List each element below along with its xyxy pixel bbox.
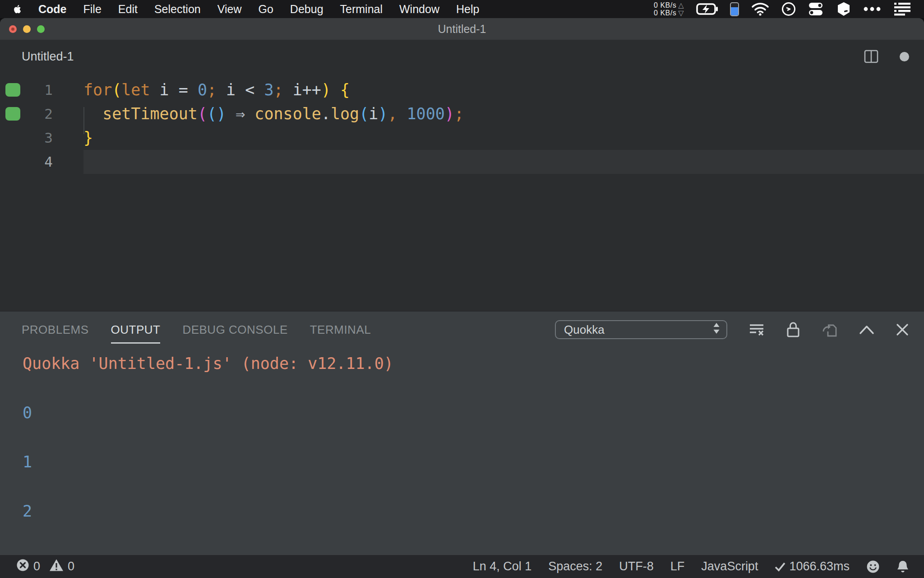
open-output-in-editor-icon[interactable]	[822, 322, 838, 338]
indentation-setting[interactable]: Spaces: 2	[548, 559, 602, 573]
panel-actions: Quokka	[555, 320, 909, 339]
output-line: 0	[23, 403, 924, 422]
window-title-bar: Untitled-1	[0, 18, 924, 40]
output-line: Quokka 'Untitled-1.js' (node: v12.11.0)	[23, 354, 924, 373]
status-bar: 0 0 Ln 4, Col 1 Spaces: 2 UTF-8	[0, 555, 924, 578]
select-updown-icon	[713, 322, 720, 337]
vscode-window: Untitled-1 Untitled-1 1for(let i = 0; i …	[0, 18, 924, 578]
output-channel-value: Quokka	[564, 323, 605, 337]
output-channel-select[interactable]: Quokka	[555, 320, 727, 339]
minimize-window-button[interactable]	[23, 25, 31, 33]
toggles-icon[interactable]	[808, 2, 824, 16]
encoding-setting[interactable]: UTF-8	[619, 559, 654, 573]
editor-tab-bar: Untitled-1	[0, 40, 924, 73]
bottom-panel: PROBLEMSOUTPUTDEBUG CONSOLETERMINAL Quok…	[0, 311, 924, 555]
editor-tab-title[interactable]: Untitled-1	[22, 50, 74, 64]
unsaved-changes-dot[interactable]	[900, 52, 909, 61]
editor-line-1[interactable]: 1for(let i = 0; i < 3; i++) {	[0, 78, 924, 102]
output-line: 2	[23, 502, 924, 521]
macos-menu-bar: CodeFileEditSelectionViewGoDebugTerminal…	[0, 0, 924, 18]
menu-item-help[interactable]: Help	[456, 3, 479, 16]
line-number: 2	[0, 102, 53, 126]
editor-lines: 1for(let i = 0; i < 3; i++) {2 setTimeou…	[0, 78, 924, 174]
warnings-stat[interactable]: 0	[49, 559, 74, 575]
notifications-bell-icon[interactable]	[896, 560, 909, 573]
list-menu-icon[interactable]	[893, 2, 911, 16]
scroll-lock-icon[interactable]	[786, 322, 800, 338]
menu-item-terminal[interactable]: Terminal	[340, 3, 383, 16]
editor-line-4[interactable]: 4	[0, 150, 924, 174]
cube-icon[interactable]	[836, 2, 851, 16]
panel-tab-debug-console[interactable]: DEBUG CONSOLE	[182, 316, 287, 344]
maximize-panel-icon[interactable]	[859, 325, 874, 335]
code-editor[interactable]: 1for(let i = 0; i < 3; i++) {2 setTimeou…	[0, 73, 924, 311]
battery-level-indicator[interactable]	[730, 2, 739, 16]
quokka-status[interactable]: 1066.63ms	[775, 559, 850, 573]
close-window-button[interactable]	[9, 25, 17, 33]
more-dots-icon[interactable]	[863, 7, 881, 11]
menu-item-go[interactable]: Go	[259, 3, 273, 16]
quokka-time: 1066.63ms	[789, 559, 850, 573]
line-number: 4	[0, 150, 53, 174]
menu-item-code[interactable]: Code	[38, 3, 67, 16]
eol-setting[interactable]: LF	[670, 559, 685, 573]
code-text: setTimeout(() ⇒ console.log(i), 1000);	[83, 102, 464, 126]
panel-tab-terminal[interactable]: TERMINAL	[310, 316, 371, 344]
code-text: }	[83, 126, 93, 150]
split-editor-icon[interactable]	[864, 49, 879, 64]
menu-item-edit[interactable]: Edit	[118, 3, 138, 16]
errors-stat[interactable]: 0	[16, 559, 40, 575]
line-number: 1	[0, 78, 53, 102]
zoom-window-button[interactable]	[37, 25, 45, 33]
warning-count: 0	[68, 559, 74, 573]
line-number: 3	[0, 126, 53, 150]
check-icon	[775, 562, 785, 572]
code-text: for(let i = 0; i < 3; i++) {	[83, 78, 350, 102]
net-up: 0 KB/s△	[654, 1, 684, 9]
traffic-lights	[9, 18, 45, 40]
menu-bar-status-area: 0 KB/s△ 0 KB/s▽	[654, 1, 911, 17]
wifi-icon[interactable]	[751, 2, 769, 16]
panel-tabs: PROBLEMSOUTPUTDEBUG CONSOLETERMINAL	[22, 316, 371, 344]
panel-header: PROBLEMSOUTPUTDEBUG CONSOLETERMINAL Quok…	[0, 312, 924, 348]
editor-line-3[interactable]: 3}	[0, 126, 924, 150]
screen: CodeFileEditSelectionViewGoDebugTerminal…	[0, 0, 924, 578]
cursor-position[interactable]: Ln 4, Col 1	[473, 559, 532, 573]
feedback-smiley-icon[interactable]	[866, 560, 880, 573]
menu-item-debug[interactable]: Debug	[290, 3, 323, 16]
clock-icon[interactable]	[781, 2, 796, 16]
battery-charging-icon[interactable]	[696, 3, 718, 15]
panel-tab-output[interactable]: OUTPUT	[111, 316, 161, 344]
menu-item-file[interactable]: File	[83, 3, 102, 16]
menu-item-selection[interactable]: Selection	[154, 3, 201, 16]
status-bar-right: Ln 4, Col 1 Spaces: 2 UTF-8 LF JavaScrip…	[473, 559, 909, 573]
menu-item-window[interactable]: Window	[399, 3, 439, 16]
editor-actions	[864, 49, 909, 64]
net-down: 0 KB/s▽	[654, 9, 684, 17]
output-console[interactable]: Quokka 'Untitled-1.js' (node: v12.11.0)0…	[0, 348, 924, 555]
warning-icon	[49, 559, 64, 575]
network-speed-indicator[interactable]: 0 KB/s△ 0 KB/s▽	[654, 1, 684, 17]
clear-output-icon[interactable]	[748, 322, 765, 337]
close-panel-icon[interactable]	[896, 323, 909, 336]
language-mode[interactable]: JavaScript	[701, 559, 758, 573]
output-line: 1	[23, 452, 924, 471]
menu-item-view[interactable]: View	[217, 3, 242, 16]
menu-items: CodeFileEditSelectionViewGoDebugTerminal…	[38, 3, 479, 16]
panel-tab-problems[interactable]: PROBLEMS	[22, 316, 89, 344]
window-title: Untitled-1	[438, 23, 486, 36]
editor-line-2[interactable]: 2 setTimeout(() ⇒ console.log(i), 1000);	[0, 102, 924, 126]
problems-summary[interactable]: 0 0	[16, 559, 74, 575]
apple-menu-icon[interactable]	[13, 3, 23, 15]
error-icon	[16, 559, 29, 575]
error-count: 0	[33, 559, 40, 573]
